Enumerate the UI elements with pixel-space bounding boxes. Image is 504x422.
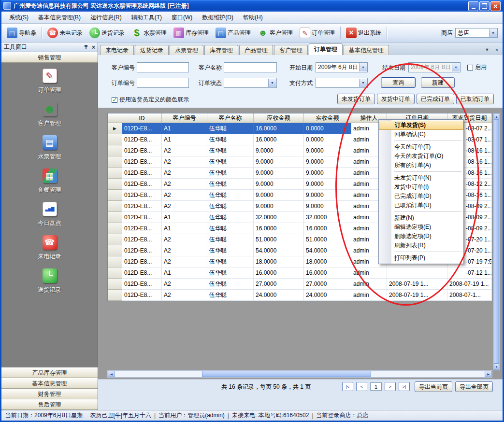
order-no-input[interactable] <box>137 78 189 88</box>
tab-item[interactable]: 水票管理 <box>170 45 203 55</box>
horizontal-scroll-thumb[interactable] <box>202 371 371 377</box>
context-menu-item[interactable]: 已取消订单(U) <box>379 201 463 210</box>
grid-column-header[interactable]: 应收金额 <box>254 113 304 123</box>
context-menu-item[interactable]: 删除选定项(D) <box>379 232 463 241</box>
sidebar-section[interactable]: 财务管理 <box>1 389 98 399</box>
checkbox-checked-icon[interactable] <box>112 97 117 103</box>
query-button[interactable]: 查询 <box>381 77 416 88</box>
scroll-left-icon[interactable]: ◀ <box>108 371 115 377</box>
status-filter-button[interactable]: 已完成订单 <box>417 94 454 104</box>
menubar-item[interactable]: 辅助工具(T) <box>127 12 167 23</box>
chevron-down-icon[interactable] <box>359 79 367 87</box>
context-menu-item[interactable]: 打印列表(P) <box>379 253 463 263</box>
sidebar-item-book[interactable]: 水票管理 <box>1 135 98 161</box>
menubar-item[interactable]: 窗口(W) <box>167 12 197 23</box>
context-menu-item[interactable]: 未发货订单(N) <box>379 173 463 183</box>
context-menu-item[interactable]: 订单发货(S) <box>379 121 463 130</box>
sidebar-close-icon[interactable]: × <box>92 44 95 50</box>
sidebar-item-pencil[interactable]: 订单管理 <box>1 69 98 94</box>
toolbar-button-dollar[interactable]: 水票管理 <box>129 26 170 40</box>
tab-item[interactable]: 产品管理 <box>239 45 273 55</box>
sidebar-section[interactable]: 售后管理 <box>1 399 98 410</box>
color-option-checkbox[interactable]: 使用送货员定义的颜色展示 <box>112 96 189 104</box>
order-status-select[interactable] <box>224 78 277 88</box>
checkbox-icon[interactable] <box>467 65 473 70</box>
pay-method-select[interactable] <box>316 78 368 88</box>
tab-item[interactable]: 来电记录 <box>100 45 134 55</box>
vertical-scrollbar[interactable]: ▲ ▼ <box>493 113 500 370</box>
tab-list-dropdown-button[interactable]: ▼ <box>483 46 491 53</box>
context-menu-item[interactable]: 新建(N) <box>379 213 463 223</box>
grid-column-header[interactable]: 客户名称 <box>207 113 254 123</box>
store-select[interactable]: 总店 <box>455 28 498 38</box>
chevron-down-icon[interactable] <box>268 79 276 87</box>
grid-column-header[interactable]: 实收金额 <box>304 113 351 123</box>
vertical-scroll-thumb[interactable] <box>494 120 499 364</box>
export-all-pages-button[interactable]: 导出全部页 <box>455 381 493 392</box>
menubar-item[interactable]: 帮助(H) <box>238 12 268 23</box>
new-button[interactable]: 新建 <box>421 77 455 88</box>
tab-close-button[interactable]: × <box>493 46 501 53</box>
scroll-down-icon[interactable]: ▼ <box>494 364 499 370</box>
menubar-item[interactable]: 数据维护(D) <box>197 12 238 23</box>
context-menu-item[interactable]: 今天的订单(T) <box>379 142 463 152</box>
toolbar-button-pencil[interactable]: 订单管理 <box>297 26 338 40</box>
tab-item[interactable]: 库存管理 <box>204 45 238 55</box>
horizontal-scroll-track[interactable] <box>115 371 485 377</box>
export-current-page-button[interactable]: 导出当前页 <box>415 381 452 392</box>
sidebar-section[interactable]: 产品库存管理 <box>1 367 98 378</box>
close-button[interactable] <box>490 1 501 11</box>
toolbar-button-nav[interactable]: 导航条 <box>4 26 39 40</box>
chevron-down-icon[interactable] <box>359 63 367 71</box>
end-date-picker[interactable]: 2009年 6月 8日 <box>408 62 461 72</box>
pin-icon[interactable] <box>84 44 89 50</box>
toolbar-button-grid[interactable]: 库存管理 <box>171 26 212 40</box>
sidebar-section-sales[interactable]: 销售管理 <box>1 52 98 63</box>
start-date-picker[interactable]: 2009年 6月 8日 <box>316 62 368 72</box>
table-row[interactable]: 012D-E8...A2伍华聪27.000027.0000admin2008-0… <box>108 279 492 290</box>
customer-name-input[interactable] <box>224 62 277 72</box>
grid-column-header[interactable]: 客户编号 <box>162 113 207 123</box>
menubar-item[interactable]: 运行信息(R) <box>86 12 127 23</box>
sidebar-item-call[interactable]: 来电记录 <box>1 235 98 261</box>
context-menu-item[interactable]: 已完成订单(D) <box>379 192 463 201</box>
chevron-down-icon[interactable] <box>452 63 460 71</box>
last-page-button[interactable]: >| <box>399 382 410 391</box>
scroll-up-icon[interactable]: ▲ <box>494 113 499 120</box>
toolbar-button-person[interactable]: 客户管理 <box>255 26 296 40</box>
sidebar-section[interactable]: 基本信息管理 <box>1 378 98 389</box>
sidebar-item-package[interactable]: 套餐管理 <box>1 169 98 194</box>
minimize-button[interactable] <box>468 1 478 11</box>
page-number-input[interactable]: 1 <box>370 382 382 391</box>
next-page-button[interactable]: > <box>385 382 396 391</box>
toolbar-button-clock[interactable]: 送货记录 <box>86 26 128 40</box>
maximize-button[interactable] <box>479 1 490 11</box>
toolbar-button-exit[interactable]: 退出系统 <box>343 26 384 40</box>
context-menu-item[interactable]: 回单确认(C) <box>379 130 463 139</box>
status-filter-button[interactable]: 未发货订单 <box>337 94 375 104</box>
first-page-button[interactable]: |< <box>342 382 353 391</box>
grid-column-header[interactable] <box>108 113 122 123</box>
context-menu-item[interactable]: 编辑选定项(E) <box>379 223 463 232</box>
customer-no-input[interactable] <box>137 62 189 72</box>
chevron-down-icon[interactable] <box>489 29 497 37</box>
grid-column-header[interactable]: ID <box>122 113 162 123</box>
toolbar-button-call[interactable]: 来电记录 <box>44 26 86 40</box>
sidebar-item-clock[interactable]: 送货记录 <box>1 268 98 294</box>
context-menu-item[interactable]: 今天的发货订单(O) <box>379 152 463 161</box>
tab-item[interactable]: 基本信息管理 <box>344 45 389 55</box>
tab-item[interactable]: 客户管理 <box>274 45 308 55</box>
enable-checkbox[interactable]: 启用 <box>467 63 487 71</box>
sidebar-item-person[interactable]: 客户管理 <box>1 102 98 127</box>
status-filter-button[interactable]: 发货中订单 <box>377 94 415 104</box>
prev-page-button[interactable]: < <box>356 382 367 391</box>
menubar-item[interactable]: 基本信息管理(B) <box>33 12 86 23</box>
context-menu-item[interactable]: 发货中订单(I) <box>379 183 463 192</box>
table-row[interactable]: 012D-E8...A2伍华聪24.000024.0000admin2008-0… <box>108 290 492 301</box>
status-filter-button[interactable]: 已取消订单 <box>456 94 494 104</box>
horizontal-scrollbar[interactable]: ◀ ▶ <box>107 370 492 378</box>
context-menu-item[interactable]: 所有的订单(A) <box>379 161 463 170</box>
context-menu-item[interactable]: 刷新列表(R) <box>379 241 463 250</box>
toolbar-button-book[interactable]: 产品管理 <box>213 26 254 40</box>
tab-item[interactable]: 送货记录 <box>135 45 169 55</box>
